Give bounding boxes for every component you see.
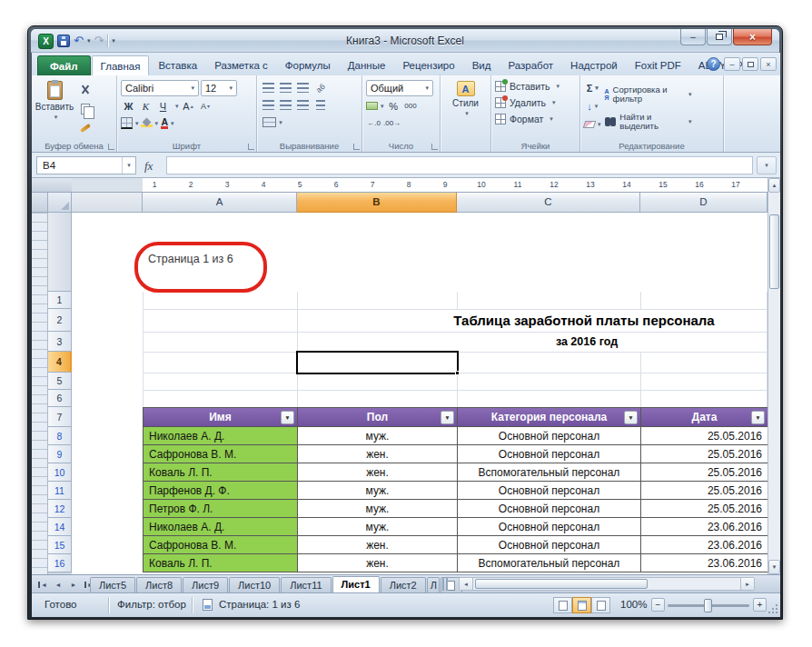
cell-category[interactable]: Основной персонал bbox=[458, 445, 641, 463]
font-size-combo[interactable]: 12▾ bbox=[201, 80, 237, 96]
customize-qat-dropdown-icon[interactable]: ▾ bbox=[112, 37, 115, 45]
fill-button[interactable]: ↓▾ bbox=[584, 98, 601, 114]
cell-gender[interactable]: муж. bbox=[298, 500, 458, 518]
percent-style-button[interactable]: % bbox=[386, 98, 401, 114]
fill-handle[interactable] bbox=[455, 371, 460, 375]
accounting-format-button[interactable]: ▾ bbox=[366, 98, 384, 114]
scroll-right-button[interactable]: ► bbox=[740, 578, 754, 590]
font-color-button[interactable]: А▾ bbox=[160, 115, 175, 131]
workbook-restore-button[interactable] bbox=[742, 57, 758, 71]
vertical-scrollbar[interactable]: ▲ ▼ bbox=[767, 178, 780, 574]
zoom-in-button[interactable]: + bbox=[753, 598, 767, 612]
cell-category[interactable]: Вспомогательный персонал bbox=[458, 554, 641, 572]
borders-button[interactable]: ▾ bbox=[121, 115, 139, 131]
merge-center-button[interactable]: ▾ bbox=[261, 114, 284, 130]
cell-gender[interactable]: жен. bbox=[298, 445, 458, 463]
cell-category[interactable]: Вспомогательный персонал bbox=[458, 463, 641, 482]
align-center-button[interactable] bbox=[278, 97, 293, 113]
cell-name[interactable]: Николаев А. Д. bbox=[144, 518, 298, 536]
align-right-button[interactable] bbox=[295, 97, 311, 113]
excel-logo-icon[interactable]: X bbox=[38, 34, 54, 49]
orientation-button[interactable]: аб bbox=[312, 80, 328, 95]
scroll-up-button[interactable]: ▲ bbox=[768, 178, 780, 193]
insert-cells-button[interactable]: Вставить▾ bbox=[495, 78, 576, 95]
workbook-minimize-button[interactable]: – bbox=[724, 57, 740, 71]
comma-style-button[interactable]: 000 bbox=[403, 98, 419, 114]
cell-gender[interactable]: муж. bbox=[298, 518, 458, 536]
vertical-ruler[interactable] bbox=[32, 213, 48, 574]
column-header-d[interactable]: D bbox=[640, 193, 767, 213]
cell-date[interactable]: 23.06.2016 bbox=[641, 518, 767, 536]
cell-gender[interactable]: муж. bbox=[298, 427, 458, 445]
table-header-category[interactable]: Категория персонала▼ bbox=[458, 408, 641, 427]
horizontal-scrollbar-thumb[interactable] bbox=[475, 579, 648, 589]
filter-dropdown-icon[interactable]: ▼ bbox=[441, 411, 454, 424]
cell-gender[interactable]: муж. bbox=[298, 482, 458, 500]
number-dialog-launcher[interactable] bbox=[431, 144, 438, 150]
page-layout-view-button[interactable] bbox=[572, 597, 591, 613]
selected-cell-b4[interactable] bbox=[296, 351, 459, 374]
tab-file[interactable]: Файл bbox=[37, 55, 91, 75]
next-sheet-button[interactable]: ► bbox=[67, 578, 80, 591]
number-format-combo[interactable]: Общий▾ bbox=[366, 80, 433, 96]
tab-insert[interactable]: Вставка bbox=[150, 55, 205, 75]
name-box[interactable]: B4 ▾ bbox=[36, 156, 136, 174]
table-header-gender[interactable]: Пол▼ bbox=[298, 408, 458, 427]
styles-dropdown-icon[interactable]: ▾ bbox=[465, 110, 469, 117]
sheet-tab-list11[interactable]: Лист11 bbox=[281, 577, 331, 593]
workbook-close-button[interactable]: × bbox=[760, 57, 777, 71]
sheet-tab-list9[interactable]: Лист9 bbox=[183, 577, 228, 593]
tab-page-layout[interactable]: Разметка с bbox=[206, 55, 276, 75]
tab-developer[interactable]: Разработ bbox=[500, 55, 561, 75]
clipboard-dialog-launcher[interactable] bbox=[108, 144, 114, 150]
minimize-button[interactable]: – bbox=[680, 29, 706, 45]
row-header-5[interactable]: 5 bbox=[48, 373, 72, 390]
undo-icon[interactable]: ↶ bbox=[74, 35, 84, 47]
sheet-tab-list5[interactable]: Лист5 bbox=[90, 577, 135, 593]
row-header-8[interactable]: 8 bbox=[48, 427, 72, 445]
cell-name[interactable]: Сафронова В. М. bbox=[144, 536, 298, 554]
resize-grip[interactable] bbox=[768, 604, 777, 613]
copy-button[interactable] bbox=[77, 101, 93, 116]
save-icon[interactable] bbox=[57, 35, 70, 47]
find-select-button[interactable]: Найти и выделить ▾ bbox=[605, 109, 692, 134]
cell-date[interactable]: 23.06.2016 bbox=[641, 536, 767, 554]
underline-dropdown-icon[interactable]: ▾ bbox=[175, 103, 179, 110]
decrease-decimal-button[interactable]: .00→ bbox=[383, 115, 401, 131]
row-header-2[interactable]: 2 bbox=[48, 309, 72, 332]
column-header-b[interactable]: B bbox=[297, 193, 457, 213]
table-header-name[interactable]: Имя▼ bbox=[144, 408, 298, 427]
help-icon[interactable]: ? bbox=[707, 57, 720, 71]
paste-button[interactable]: Вставить ▾ bbox=[35, 78, 74, 139]
normal-view-button[interactable] bbox=[553, 597, 572, 613]
restore-button[interactable] bbox=[707, 29, 732, 45]
align-bottom-button[interactable] bbox=[295, 80, 311, 95]
format-cells-button[interactable]: Формат▾ bbox=[495, 111, 576, 127]
row-header-14[interactable]: 14 bbox=[48, 518, 72, 536]
grow-font-button[interactable]: А▴ bbox=[181, 98, 196, 114]
row-header-10[interactable]: 10 bbox=[48, 463, 72, 482]
cell-date[interactable]: 25.05.2016 bbox=[641, 427, 767, 445]
row-header-3[interactable]: 3 bbox=[48, 332, 72, 352]
cell-date[interactable]: 25.05.2016 bbox=[641, 445, 767, 463]
filter-dropdown-icon[interactable]: ▼ bbox=[751, 411, 765, 424]
cell-category[interactable]: Основной персонал bbox=[458, 500, 641, 518]
tab-home[interactable]: Главная bbox=[92, 55, 150, 75]
formula-input[interactable] bbox=[166, 156, 753, 174]
insert-function-button[interactable]: fx bbox=[144, 159, 153, 174]
name-box-dropdown-icon[interactable]: ▾ bbox=[122, 157, 135, 174]
paste-dropdown-icon[interactable]: ▾ bbox=[54, 114, 58, 121]
format-painter-button[interactable] bbox=[77, 120, 93, 135]
sheet-tab-partial[interactable]: Л bbox=[427, 577, 440, 593]
filter-dropdown-icon[interactable]: ▼ bbox=[624, 411, 638, 424]
cell-category[interactable]: Основной персонал bbox=[458, 536, 641, 554]
alignment-dialog-launcher[interactable] bbox=[353, 144, 360, 150]
tab-review[interactable]: Рецензиро bbox=[394, 55, 462, 75]
align-left-button[interactable] bbox=[261, 97, 276, 113]
cell-category[interactable]: Основной персонал bbox=[458, 482, 641, 500]
select-all-button[interactable] bbox=[48, 193, 72, 213]
filter-dropdown-icon[interactable]: ▼ bbox=[281, 411, 294, 424]
italic-button[interactable]: К bbox=[138, 98, 153, 114]
sheet-tab-list8[interactable]: Лист8 bbox=[136, 577, 182, 593]
font-name-combo[interactable]: Calibri▾ bbox=[121, 80, 199, 96]
